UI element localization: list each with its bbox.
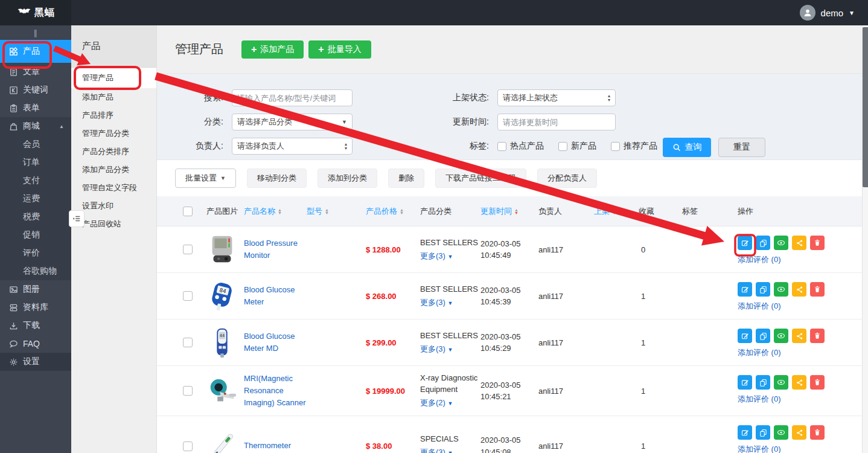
- copy-button[interactable]: [756, 236, 770, 250]
- submenu-item-custom-fields[interactable]: 管理自定义字段: [71, 179, 156, 197]
- select-all-checkbox[interactable]: [183, 207, 193, 216]
- product-image-blood-pressure[interactable]: [200, 233, 244, 266]
- product-image-thermometer[interactable]: [200, 430, 244, 453]
- batch-import-button[interactable]: + 批量导入: [308, 40, 371, 59]
- edit-button[interactable]: [738, 375, 752, 390]
- search-input[interactable]: [232, 89, 353, 106]
- product-image-glucose-meter-md[interactable]: 44: [200, 326, 244, 359]
- preview-eye-button[interactable]: [774, 329, 788, 343]
- download-qr-button[interactable]: 下载产品链接二维码: [435, 169, 526, 188]
- owner-select[interactable]: 请选择负责人 ▴▾: [232, 138, 353, 155]
- row-checkbox[interactable]: [183, 386, 193, 396]
- row-checkbox[interactable]: [183, 245, 193, 254]
- col-updated-sort[interactable]: 更新时间▲▼: [480, 206, 538, 217]
- add-review-link[interactable]: 添加评价 (0): [738, 301, 868, 312]
- sidebar-item-keywords[interactable]: 关键词: [0, 81, 71, 99]
- delete-row-button[interactable]: [810, 425, 825, 440]
- share-button[interactable]: [792, 329, 806, 343]
- sidebar-item-products[interactable]: 产品: [0, 40, 71, 63]
- share-button[interactable]: [792, 282, 806, 297]
- sidebar-item-tax[interactable]: 税费: [0, 208, 71, 226]
- copy-button[interactable]: [756, 375, 770, 390]
- category-more-link[interactable]: 更多(2) ▼: [420, 397, 480, 409]
- sidebar-item-members[interactable]: 会员: [0, 135, 71, 153]
- page-scrollbar[interactable]: [862, 25, 868, 453]
- category-more-link[interactable]: 更多(3) ▼: [420, 344, 480, 355]
- tag-hot-checkbox[interactable]: 热点产品: [497, 141, 544, 152]
- category-select[interactable]: 请选择产品分类 ▼: [232, 114, 353, 130]
- tag-recommend-checkbox[interactable]: 推荐产品: [611, 141, 657, 152]
- edit-button[interactable]: [738, 425, 752, 440]
- product-name-link[interactable]: Blood Pressure Monitor: [244, 239, 298, 260]
- sidebar-item-reviews[interactable]: 评价: [0, 244, 71, 262]
- update-time-input[interactable]: [497, 114, 616, 130]
- col-name-sort[interactable]: 产品名称▲▼: [244, 206, 307, 217]
- assign-owner-button[interactable]: 分配负责人: [537, 169, 597, 188]
- preview-eye-button[interactable]: [774, 236, 788, 250]
- sidebar-item-library[interactable]: 资料库: [0, 298, 71, 316]
- panel-collapse-button[interactable]: [69, 210, 85, 227]
- copy-button[interactable]: [756, 425, 770, 440]
- submenu-item-category-sort[interactable]: 产品分类排序: [71, 143, 156, 161]
- delete-row-button[interactable]: [810, 375, 825, 390]
- sidebar-item-settings[interactable]: 设置: [0, 353, 71, 371]
- move-to-category-button[interactable]: 移动到分类: [247, 169, 307, 188]
- delete-row-button[interactable]: [810, 236, 825, 250]
- submenu-item-add-category[interactable]: 添加产品分类: [71, 161, 156, 179]
- preview-eye-button[interactable]: [774, 425, 788, 440]
- share-button[interactable]: [792, 375, 806, 390]
- sidebar-item-gallery[interactable]: 图册: [0, 280, 71, 298]
- category-more-link[interactable]: 更多(3) ▼: [420, 447, 480, 453]
- row-checkbox[interactable]: [183, 291, 193, 301]
- edit-button[interactable]: [738, 282, 752, 297]
- share-button[interactable]: [792, 425, 806, 440]
- preview-eye-button[interactable]: [774, 282, 788, 297]
- product-name-link[interactable]: Thermometer: [244, 441, 291, 450]
- sidebar-item-faq[interactable]: FAQ: [0, 335, 71, 353]
- reset-button[interactable]: 重置: [718, 138, 765, 157]
- sidebar-item-forms[interactable]: 表单: [0, 99, 71, 117]
- delete-row-button[interactable]: [810, 282, 825, 297]
- product-name-link[interactable]: Blood Glucose Meter: [244, 285, 295, 306]
- add-product-button[interactable]: + 添加产品: [241, 40, 304, 59]
- sidebar-collapse-handle[interactable]: ∥: [0, 25, 71, 40]
- add-to-category-button[interactable]: 添加到分类: [318, 169, 377, 188]
- sidebar-item-google-shopping[interactable]: 谷歌购物: [0, 262, 71, 280]
- user-menu[interactable]: demo ▼: [800, 5, 868, 21]
- product-name-link[interactable]: MRI(Magnetic Resonance Imaging) Scanner: [244, 374, 306, 407]
- add-review-link[interactable]: 添加评价 (0): [738, 444, 868, 453]
- add-review-link[interactable]: 添加评价 (0): [738, 347, 868, 358]
- category-more-link[interactable]: 更多(3) ▼: [420, 251, 480, 262]
- row-checkbox[interactable]: [183, 442, 193, 451]
- sidebar-item-payment[interactable]: 支付: [0, 172, 71, 190]
- preview-eye-button[interactable]: [774, 375, 788, 390]
- category-more-link[interactable]: 更多(3) ▼: [420, 297, 480, 309]
- scrollbar-thumb[interactable]: [863, 27, 868, 187]
- submenu-item-manage-products[interactable]: 管理产品: [71, 68, 156, 88]
- sidebar-item-promotion[interactable]: 促销: [0, 226, 71, 244]
- delete-row-button[interactable]: [810, 329, 825, 343]
- col-price-sort[interactable]: 产品价格▲▼: [355, 206, 420, 217]
- sidebar-item-shipping[interactable]: 运费: [0, 190, 71, 208]
- edit-button[interactable]: [738, 236, 752, 250]
- status-select[interactable]: 请选择上架状态 ▴▾: [497, 89, 616, 106]
- product-image-glucose-meter[interactable]: 84: [200, 280, 244, 312]
- sidebar-item-articles[interactable]: 文章: [0, 63, 71, 81]
- submenu-item-add-product[interactable]: 添加产品: [71, 88, 156, 106]
- product-name-link[interactable]: Blood Glucose Meter MD: [244, 332, 295, 353]
- submenu-item-manage-categories[interactable]: 管理产品分类: [71, 124, 156, 143]
- copy-button[interactable]: [756, 329, 770, 343]
- submenu-item-product-sort[interactable]: 产品排序: [71, 106, 156, 124]
- sidebar-item-orders[interactable]: 订单: [0, 153, 71, 172]
- row-checkbox[interactable]: [183, 338, 193, 347]
- add-review-link[interactable]: 添加评价 (0): [738, 394, 868, 405]
- product-image-mri-scanner[interactable]: [200, 374, 244, 407]
- sidebar-item-mall[interactable]: 商城 ▲: [0, 117, 71, 135]
- query-button[interactable]: 查询: [663, 138, 711, 157]
- edit-button[interactable]: [738, 329, 752, 343]
- delete-button[interactable]: 删除: [388, 169, 424, 188]
- col-onshelf-sort[interactable]: 上架▲▼: [584, 206, 636, 217]
- add-review-link[interactable]: 添加评价 (0): [738, 254, 868, 265]
- copy-button[interactable]: [756, 282, 770, 297]
- share-button[interactable]: [792, 236, 806, 250]
